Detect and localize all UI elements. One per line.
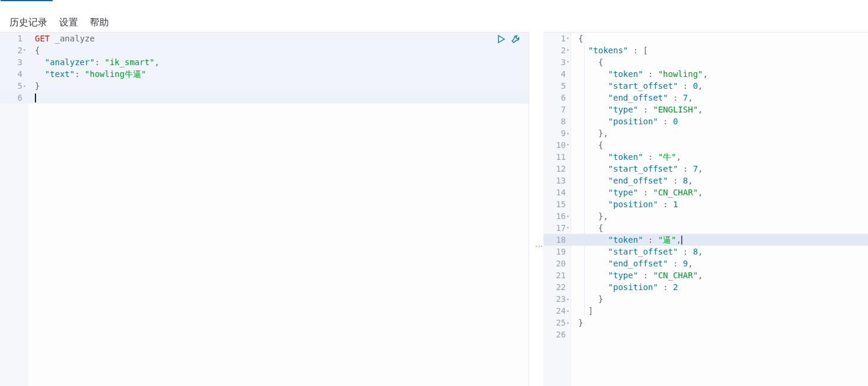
- text-cursor: [35, 94, 36, 102]
- request-line[interactable]: 6: [0, 92, 529, 104]
- line-text: "text": "howling牛逼": [30, 68, 146, 80]
- request-actions: [497, 34, 520, 44]
- response-line[interactable]: 20 "end_offset" : 9,: [543, 258, 868, 269]
- response-line[interactable]: 24▴ ]: [543, 305, 868, 317]
- line-number: 19: [543, 246, 566, 258]
- line-number: 13: [543, 175, 566, 186]
- fold-toggle-icon[interactable]: ▴: [22, 80, 30, 92]
- line-text: }: [30, 80, 40, 92]
- response-code[interactable]: 1▾{2▾ "tokens" : [3▾ {4 "token" : "howli…: [543, 33, 868, 386]
- fold-toggle-icon[interactable]: ▾: [566, 139, 574, 151]
- line-text: "end_offset" : 7,: [574, 92, 693, 104]
- line-number: 4: [0, 68, 22, 80]
- fold-toggle-icon[interactable]: ▾: [566, 44, 574, 56]
- response-line[interactable]: 11 "token" : "牛",: [543, 151, 868, 163]
- line-text: "position" : 1: [574, 198, 678, 210]
- fold-toggle-icon[interactable]: ▴: [566, 305, 574, 317]
- line-text: "type" : "ENGLISH",: [574, 104, 703, 115]
- split-panes: 1GET _analyze2▾{3 "analyzer": "ik_smart"…: [0, 32, 868, 386]
- line-text: {: [574, 222, 603, 234]
- response-line[interactable]: 1▾{: [543, 33, 868, 44]
- run-button[interactable]: [497, 34, 506, 44]
- line-number: 24: [543, 305, 566, 317]
- line-number: 16: [543, 210, 566, 222]
- play-icon: [497, 34, 506, 44]
- response-line[interactable]: 3▾ {: [543, 56, 868, 68]
- response-line[interactable]: 12 "start_offset" : 7,: [543, 163, 868, 175]
- response-line[interactable]: 9▴ },: [543, 127, 868, 139]
- line-number: 7: [543, 104, 566, 115]
- fold-toggle-icon[interactable]: ▾: [566, 222, 574, 234]
- line-text: "start_offset" : 0,: [574, 80, 703, 92]
- response-line[interactable]: 6 "end_offset" : 7,: [543, 92, 868, 104]
- line-number: 3: [0, 56, 22, 68]
- response-line[interactable]: 10▾ {: [543, 139, 868, 151]
- line-text: }: [574, 317, 583, 329]
- line-number: 2: [0, 44, 22, 56]
- line-text: "token" : "牛",: [574, 151, 681, 163]
- fold-toggle-icon[interactable]: ▴: [566, 293, 574, 305]
- request-code[interactable]: 1GET _analyze2▾{3 "analyzer": "ik_smart"…: [0, 33, 529, 386]
- response-viewer[interactable]: 1▾{2▾ "tokens" : [3▾ {4 "token" : "howli…: [543, 32, 868, 386]
- response-line[interactable]: 26: [543, 329, 868, 340]
- splitter-handle[interactable]: ⋮: [535, 242, 544, 249]
- response-line[interactable]: 4 "token" : "howling",: [543, 68, 868, 80]
- request-line[interactable]: 4 "text": "howling牛逼": [0, 68, 529, 80]
- response-line[interactable]: 2▾ "tokens" : [: [543, 44, 868, 56]
- response-line[interactable]: 8 "position" : 0: [543, 115, 868, 127]
- line-text: "type" : "CN_CHAR",: [574, 269, 703, 281]
- line-number: 25: [543, 317, 566, 329]
- request-line[interactable]: 3 "analyzer": "ik_smart",: [0, 56, 529, 68]
- line-number: 20: [543, 258, 566, 269]
- menu-help[interactable]: 帮助: [90, 17, 109, 29]
- line-text: "position" : 2: [574, 281, 678, 293]
- menu-settings[interactable]: 设置: [59, 17, 78, 29]
- line-text: },: [574, 127, 608, 139]
- line-number: 11: [543, 151, 566, 163]
- line-number: 14: [543, 186, 566, 198]
- line-text: {: [574, 139, 603, 151]
- fold-toggle-icon[interactable]: ▴: [566, 317, 574, 329]
- response-line[interactable]: 22 "position" : 2: [543, 281, 868, 293]
- line-number: 8: [543, 115, 566, 127]
- line-text: GET _analyze: [30, 33, 95, 44]
- fold-toggle-icon[interactable]: ▴: [566, 127, 574, 139]
- response-line[interactable]: 18 "token" : "逼",: [543, 234, 868, 246]
- line-text: },: [574, 210, 608, 222]
- wrench-button[interactable]: [511, 34, 520, 44]
- response-line[interactable]: 7 "type" : "ENGLISH",: [543, 104, 868, 115]
- response-line[interactable]: 16▴ },: [543, 210, 868, 222]
- response-line[interactable]: 19 "start_offset" : 8,: [543, 246, 868, 258]
- fold-toggle-icon[interactable]: ▾: [22, 44, 30, 56]
- text-cursor: [681, 236, 682, 245]
- menu-history[interactable]: 历史记录: [9, 17, 47, 29]
- fold-toggle-icon[interactable]: ▾: [566, 56, 574, 68]
- fold-toggle-icon[interactable]: ▴: [566, 210, 574, 222]
- response-line[interactable]: 21 "type" : "CN_CHAR",: [543, 269, 868, 281]
- response-line[interactable]: 23▴ }: [543, 293, 868, 305]
- response-line[interactable]: 13 "end_offset" : 8,: [543, 175, 868, 186]
- line-text: "end_offset" : 8,: [574, 175, 693, 186]
- response-line[interactable]: 14 "type" : "CN_CHAR",: [543, 186, 868, 198]
- wrench-icon: [511, 34, 520, 44]
- line-number: 22: [543, 281, 566, 293]
- line-number: 6: [543, 92, 566, 104]
- line-text: "start_offset" : 8,: [574, 246, 703, 258]
- response-line[interactable]: 25▴}: [543, 317, 868, 329]
- response-line[interactable]: 15 "position" : 1: [543, 198, 868, 210]
- line-number: 21: [543, 269, 566, 281]
- fold-toggle-icon[interactable]: ▾: [566, 33, 574, 44]
- request-line[interactable]: 1GET _analyze: [0, 33, 529, 44]
- line-number: 18: [543, 234, 566, 246]
- line-text: "type" : "CN_CHAR",: [574, 186, 703, 198]
- line-text: [30, 92, 36, 104]
- response-line[interactable]: 17▾ {: [543, 222, 868, 234]
- request-line[interactable]: 2▾{: [0, 44, 529, 56]
- line-number: 2: [543, 44, 566, 56]
- response-line[interactable]: 5 "start_offset" : 0,: [543, 80, 868, 92]
- request-editor[interactable]: 1GET _analyze2▾{3 "analyzer": "ik_smart"…: [0, 32, 529, 386]
- request-line[interactable]: 5▴}: [0, 80, 529, 92]
- line-number: 12: [543, 163, 566, 175]
- line-number: 23: [543, 293, 566, 305]
- line-number: 5: [0, 80, 22, 92]
